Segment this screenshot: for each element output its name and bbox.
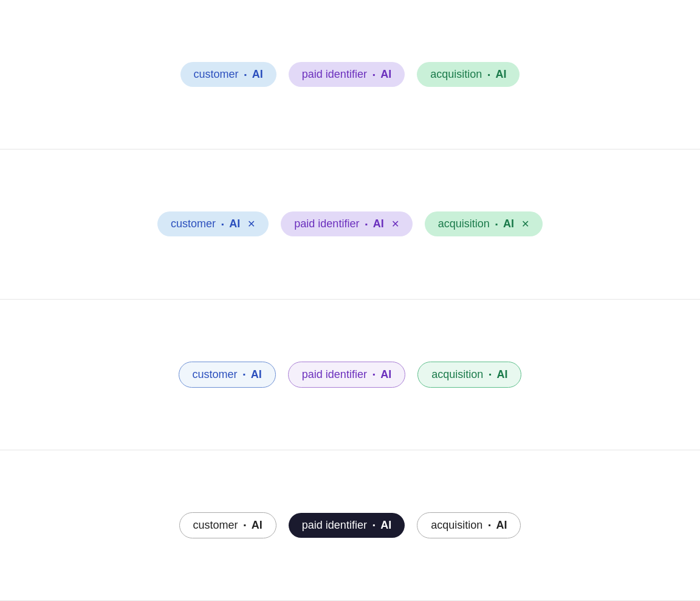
tag-dot: ▪ <box>372 70 375 79</box>
tag-dot: ▪ <box>372 521 375 529</box>
tag-text: paid identifier <box>302 368 367 381</box>
tag-acquisition-1[interactable]: acquisition ▪ AI <box>417 62 520 87</box>
tag-acquisition-4[interactable]: acquisition ▪ AI <box>417 512 521 538</box>
tag-text: acquisition <box>438 218 490 230</box>
tag-dot: ▪ <box>244 521 246 529</box>
tag-ai: AI <box>252 68 263 81</box>
tag-group-1: customer ▪ AI paid identifier ▪ AI acqui… <box>180 62 520 87</box>
tag-paid-identifier-2[interactable]: paid identifier ▪ AI ✕ <box>281 211 412 236</box>
tag-acquisition-2[interactable]: acquisition ▪ AI ✕ <box>425 211 543 236</box>
tag-close[interactable]: ✕ <box>247 218 255 230</box>
tag-ai: AI <box>380 519 391 532</box>
tag-group-4: customer ▪ AI paid identifier ▪ AI acqui… <box>179 512 521 538</box>
tag-text: customer <box>193 519 238 532</box>
tag-dot: ▪ <box>495 220 498 228</box>
tag-text: acquisition <box>431 368 483 381</box>
tag-paid-identifier-4[interactable]: paid identifier ▪ AI <box>289 513 405 538</box>
tag-dot: ▪ <box>488 521 490 529</box>
tag-dot: ▪ <box>244 70 247 79</box>
tag-close[interactable]: ✕ <box>391 218 399 230</box>
tag-text: paid identifier <box>294 218 359 230</box>
tag-customer-2[interactable]: customer ▪ AI ✕ <box>157 211 269 236</box>
tag-text: paid identifier <box>302 519 367 532</box>
tag-ai: AI <box>496 368 507 381</box>
tag-dot: ▪ <box>365 220 367 228</box>
tag-ai: AI <box>503 218 514 230</box>
tag-text: acquisition <box>430 68 482 81</box>
tag-ai: AI <box>380 368 391 381</box>
tag-paid-identifier-3[interactable]: paid identifier ▪ AI <box>288 362 405 388</box>
tag-ai: AI <box>495 68 506 81</box>
tag-customer-4[interactable]: customer ▪ AI <box>179 512 276 538</box>
tag-ai: AI <box>380 68 391 81</box>
section-1: customer ▪ AI paid identifier ▪ AI acqui… <box>0 0 700 149</box>
tag-text: customer <box>194 68 239 81</box>
tag-group-2: customer ▪ AI ✕ paid identifier ▪ AI ✕ a… <box>157 211 543 236</box>
section-2: customer ▪ AI ✕ paid identifier ▪ AI ✕ a… <box>0 149 700 299</box>
tag-text: acquisition <box>431 519 482 532</box>
tag-dot: ▪ <box>243 370 245 379</box>
tag-dot: ▪ <box>487 70 490 79</box>
tag-text: paid identifier <box>302 68 367 81</box>
tag-close[interactable]: ✕ <box>521 218 529 230</box>
tag-paid-identifier-1[interactable]: paid identifier ▪ AI <box>289 62 405 87</box>
tag-group-3: customer ▪ AI paid identifier ▪ AI acqui… <box>179 362 522 388</box>
tag-dot: ▪ <box>221 220 224 228</box>
tag-dot: ▪ <box>372 370 375 379</box>
tag-customer-1[interactable]: customer ▪ AI <box>180 62 276 87</box>
section-4: customer ▪ AI paid identifier ▪ AI acqui… <box>0 450 700 601</box>
tag-ai: AI <box>496 519 507 532</box>
tag-ai: AI <box>373 218 384 230</box>
tag-acquisition-3[interactable]: acquisition ▪ AI <box>417 362 521 388</box>
tag-text: customer <box>193 368 238 381</box>
tag-ai: AI <box>252 519 262 532</box>
tag-text: customer <box>171 218 216 230</box>
tag-dot: ▪ <box>489 370 491 379</box>
section-3: customer ▪ AI paid identifier ▪ AI acqui… <box>0 300 700 450</box>
tag-ai: AI <box>251 368 262 381</box>
tag-customer-3[interactable]: customer ▪ AI <box>179 362 276 388</box>
tag-ai: AI <box>229 218 240 230</box>
